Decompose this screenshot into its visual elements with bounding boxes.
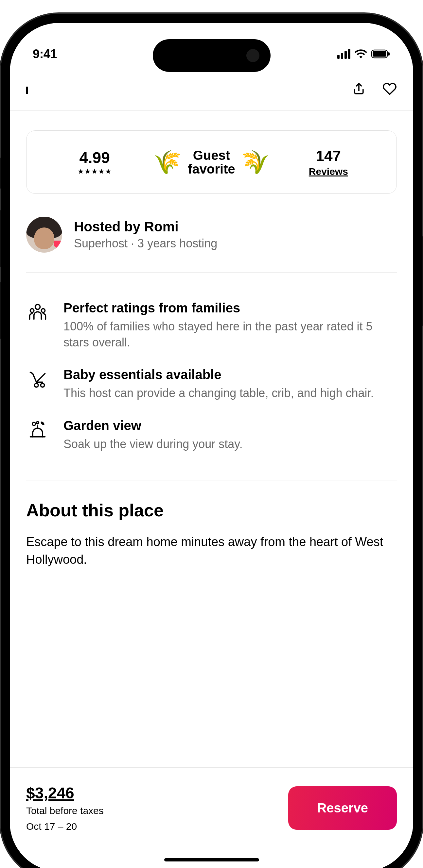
battery-icon: [371, 49, 390, 59]
svg-point-4: [35, 305, 40, 309]
price-sub: Total before taxes: [26, 805, 104, 816]
svg-point-9: [32, 422, 35, 425]
highlight-item: Perfect ratings from families 100% of fa…: [26, 292, 397, 359]
svg-rect-2: [388, 52, 390, 56]
reviews-link[interactable]: Reviews: [309, 166, 348, 177]
highlight-title: Garden view: [63, 418, 243, 433]
side-button: [0, 209, 1, 268]
svg-point-10: [37, 422, 39, 424]
heart-icon: [383, 82, 397, 96]
chevron-left-icon: [26, 87, 28, 94]
svg-point-5: [30, 309, 34, 312]
highlights-section: Perfect ratings from families 100% of fa…: [26, 273, 397, 480]
svg-point-7: [35, 383, 38, 387]
phone-screen: 9:41: [10, 23, 413, 868]
guest-favorite-label: Guest favorite: [186, 148, 236, 176]
save-button[interactable]: [383, 82, 397, 97]
back-button[interactable]: [26, 87, 28, 92]
guest-favorite-segment: 🌾 Guest favorite 🌾: [153, 148, 270, 176]
family-icon: [26, 301, 49, 350]
svg-point-8: [40, 383, 44, 387]
side-button: [0, 157, 1, 190]
highlight-text: 100% of families who stayed here in the …: [63, 319, 397, 350]
stroller-icon: [26, 367, 49, 401]
highlight-title: Perfect ratings from families: [63, 301, 397, 315]
about-heading: About this place: [26, 500, 397, 520]
dynamic-island: [153, 39, 271, 72]
rating-score: 4.99: [79, 149, 110, 167]
svg-point-3: [57, 248, 61, 253]
share-icon: [352, 82, 366, 96]
highlight-text: Soak up the view during your stay.: [63, 436, 243, 452]
review-count: 147: [316, 147, 341, 165]
svg-point-6: [41, 309, 45, 312]
highlight-item: Garden view Soak up the view during your…: [26, 410, 397, 461]
home-indicator[interactable]: [164, 858, 259, 862]
rating-stars: ★★★★★: [78, 167, 112, 176]
side-button: [0, 281, 1, 340]
app-screen: 4.99 ★★★★★ 🌾 Guest favorite 🌾 147: [10, 23, 413, 868]
svg-rect-1: [373, 51, 386, 57]
about-section: About this place Escape to this dream ho…: [26, 480, 397, 581]
nav-bar: [10, 72, 413, 111]
garden-icon: [26, 418, 49, 452]
cellular-icon: [337, 49, 350, 59]
host-title: Hosted by Romi: [74, 219, 217, 235]
superhost-badge-icon: [50, 240, 62, 253]
highlight-title: Baby essentials available: [63, 367, 374, 382]
phone-frame: 9:41: [0, 13, 423, 868]
price-total: $3,246: [26, 784, 104, 802]
about-body: Escape to this dream home minutes away f…: [26, 533, 397, 568]
wifi-icon: [355, 49, 367, 59]
host-row[interactable]: Hosted by Romi Superhost · 3 years hosti…: [26, 194, 397, 273]
price-dates: Oct 17 – 20: [26, 821, 104, 832]
status-time: 9:41: [33, 47, 57, 61]
laurel-left-icon: 🌾: [153, 151, 181, 174]
highlight-item: Baby essentials available This host can …: [26, 359, 397, 410]
host-subtitle: Superhost · 3 years hosting: [74, 237, 217, 250]
rating-card[interactable]: 4.99 ★★★★★ 🌾 Guest favorite 🌾 147: [26, 130, 397, 194]
reserve-sheet: $3,246 Total before taxes Oct 17 – 20 Re…: [10, 767, 413, 868]
listing-content[interactable]: 4.99 ★★★★★ 🌾 Guest favorite 🌾 147: [10, 111, 413, 868]
host-avatar[interactable]: [26, 217, 62, 253]
laurel-right-icon: 🌾: [242, 151, 270, 174]
reviews-segment[interactable]: 147 Reviews: [270, 147, 387, 177]
price-block[interactable]: $3,246 Total before taxes Oct 17 – 20: [26, 784, 104, 832]
rating-score-segment: 4.99 ★★★★★: [36, 149, 153, 176]
highlight-text: This host can provide a changing table, …: [63, 385, 374, 401]
share-button[interactable]: [352, 82, 366, 97]
reserve-button[interactable]: Reserve: [288, 786, 397, 830]
